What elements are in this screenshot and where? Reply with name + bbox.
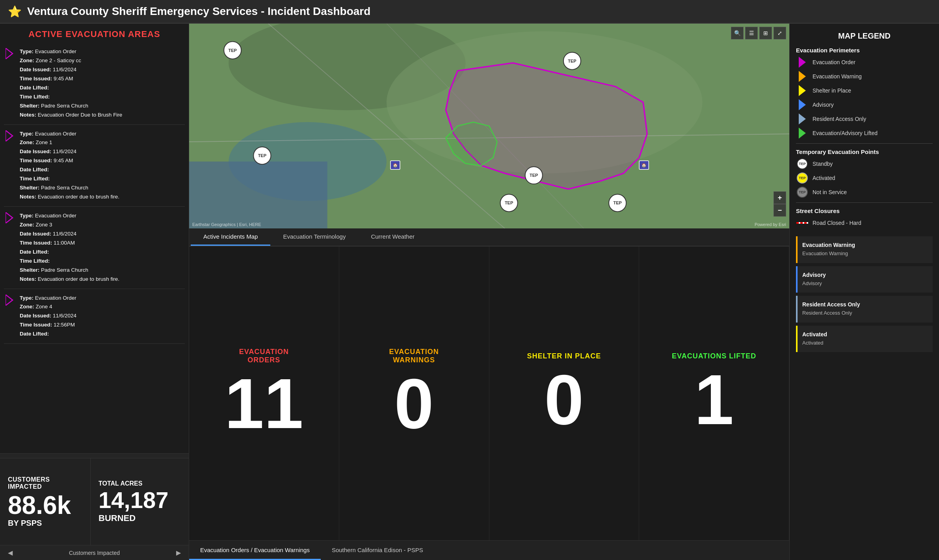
- legend-tep-title: Temporary Evacuation Points: [796, 148, 933, 155]
- legend-tep-not-service: TEP Not in Service: [796, 187, 933, 198]
- customers-next-button[interactable]: ▶: [173, 548, 184, 557]
- right-warning-detail: Evacuation Warning: [802, 250, 928, 258]
- zoom-in-button[interactable]: +: [774, 191, 786, 204]
- acres-sub: BURNED: [99, 513, 181, 523]
- legend-divider-1: [796, 143, 933, 144]
- road-closed-label: Road Closed - Hard: [813, 220, 861, 226]
- tep-not-service-icon: TEP: [796, 187, 809, 198]
- map-expand-button[interactable]: ⤢: [774, 27, 786, 39]
- legend-perimeters-title: Evacuation Perimeters: [796, 47, 933, 54]
- tab-active-incidents[interactable]: Active Incidents Map: [191, 228, 270, 246]
- evacuation-list[interactable]: Type: Evacuation Order Zone: Zone 2 - Sa…: [0, 43, 189, 453]
- legend-title: MAP LEGEND: [796, 32, 933, 41]
- header-star-icon: ⭐: [8, 5, 22, 18]
- bottom-tab-orders[interactable]: Evacuation Orders / Evacuation Warnings: [189, 541, 321, 560]
- bottom-tab-psps[interactable]: Southern California Edison - PSPS: [321, 541, 434, 560]
- svg-rect-8: [189, 161, 327, 228]
- evac-order-legend-icon: [796, 57, 809, 68]
- evac-order-icon-4: [6, 295, 15, 306]
- right-resident-detail: Resident Access Only: [802, 309, 928, 317]
- advisory-legend-icon: [796, 99, 809, 110]
- tabs-row: Active Incidents Map Evacuation Terminol…: [189, 228, 789, 247]
- main-layout: ACTIVE EVACUATION AREAS Type: Evacuation…: [0, 24, 939, 560]
- right-resident-type: Resident Access Only: [802, 301, 928, 308]
- legend-road-closed: Road Closed - Hard: [796, 217, 933, 228]
- customers-nav-label: Customers Impacted: [69, 550, 120, 556]
- resident-legend-icon: [796, 113, 809, 124]
- stat-orders-label: EVACUATIONORDERS: [239, 348, 289, 364]
- stat-shelter-number: 0: [544, 364, 584, 435]
- stat-lifted-number: 1: [694, 364, 734, 435]
- svg-marker-0: [6, 48, 13, 59]
- center-panel: TEP TEP TEP TEP TEP TEP: [189, 24, 789, 560]
- right-advisory-type: Advisory: [802, 272, 928, 278]
- stat-col-shelter: SHELTER IN PLACE 0: [489, 247, 640, 540]
- right-activated-type: Activated: [802, 331, 928, 337]
- header-title: Ventura County Sheriff Emergency Service…: [27, 5, 370, 18]
- tep-activated-icon: TEP: [796, 172, 809, 184]
- evac-item-4: Type: Evacuation Order Zone: Zone 4 Date…: [4, 289, 185, 344]
- lifted-legend-icon: [796, 128, 809, 139]
- right-activated-detail: Activated: [802, 339, 928, 347]
- svg-text:TEP: TEP: [530, 173, 538, 178]
- evac-order-legend-label: Evacuation Order: [813, 59, 855, 65]
- stat-col-warnings: EVACUATIONWARNINGS 0: [339, 247, 489, 540]
- svg-text:TEP: TEP: [505, 200, 513, 205]
- stat-col-orders: EVACUATIONORDERS 11: [189, 247, 339, 540]
- stat-warnings-number: 0: [394, 368, 434, 439]
- evacuation-nav: ◀ Evacuations ▶: [0, 453, 189, 458]
- evacuation-title: ACTIVE EVACUATION AREAS: [0, 24, 189, 43]
- map-zoom-controls: + −: [774, 191, 786, 217]
- legend-resident: Resident Access Only: [796, 113, 933, 124]
- svg-text:TEP: TEP: [613, 200, 621, 205]
- acres-number: 14,187: [99, 489, 181, 512]
- customers-number: 88.6k: [8, 493, 82, 518]
- customers-sub: BY PSPS: [8, 519, 82, 528]
- acres-label: TOTAL ACRES: [99, 480, 181, 487]
- map-grid-button[interactable]: ⊞: [759, 27, 772, 39]
- tep-standby-icon: TEP: [796, 158, 809, 169]
- svg-text:TEP: TEP: [228, 48, 236, 53]
- map-list-button[interactable]: ☰: [745, 27, 758, 39]
- tab-current-weather[interactable]: Current Weather: [358, 228, 427, 246]
- legend-tep-activated: TEP Activated: [796, 172, 933, 184]
- stat-orders-number: 11: [225, 368, 303, 439]
- evac-item-3: Type: Evacuation Order Zone: Zone 3 Date…: [4, 207, 185, 289]
- customers-panel: CUSTOMERS IMPACTED 88.6k BY PSPS: [0, 458, 91, 545]
- evac-item-2: Type: Evacuation Order Zone: Zone 1 Date…: [4, 125, 185, 207]
- header: ⭐ Ventura County Sheriff Emergency Servi…: [0, 0, 939, 24]
- map-attribution-right: Powered by Esri: [755, 222, 786, 227]
- svg-marker-2: [6, 212, 13, 223]
- resident-legend-label: Resident Access Only: [813, 116, 866, 122]
- stats-row: EVACUATIONORDERS 11 EVACUATIONWARNINGS 0…: [189, 247, 789, 540]
- road-closed-icon: [796, 217, 809, 228]
- tep-not-service-label: Not in Service: [813, 189, 847, 195]
- legend-shelter: Shelter in Place: [796, 85, 933, 96]
- right-evac-resident: Resident Access Only Resident Access Onl…: [796, 296, 933, 323]
- legend-advisory: Advisory: [796, 99, 933, 110]
- stat-lifted-label: EVACUATIONS LIFTED: [672, 352, 756, 360]
- legend-street-title: Street Closures: [796, 208, 933, 214]
- stat-warnings-label: EVACUATIONWARNINGS: [389, 348, 439, 364]
- legend-tep-standby: TEP Standby: [796, 158, 933, 169]
- acres-panel: TOTAL ACRES 14,187 BURNED: [91, 458, 189, 545]
- customers-nav: ◀ Customers Impacted ▶: [0, 545, 189, 560]
- stat-shelter-label: SHELTER IN PLACE: [527, 352, 601, 360]
- left-panel: ACTIVE EVACUATION AREAS Type: Evacuation…: [0, 24, 189, 560]
- svg-marker-3: [6, 295, 13, 306]
- bottom-tabs: Evacuation Orders / Evacuation Warnings …: [189, 540, 789, 560]
- map-search-button[interactable]: 🔍: [731, 27, 744, 39]
- svg-text:🏠: 🏠: [393, 163, 398, 168]
- map-container[interactable]: TEP TEP TEP TEP TEP TEP: [189, 24, 789, 228]
- zoom-out-button[interactable]: −: [774, 204, 786, 217]
- advisory-legend-label: Advisory: [813, 102, 834, 108]
- customers-label: CUSTOMERS IMPACTED: [8, 476, 82, 490]
- right-advisory-detail: Advisory: [802, 280, 928, 287]
- shelter-legend-label: Shelter in Place: [813, 87, 851, 94]
- right-evac-activated: Activated Activated: [796, 326, 933, 352]
- right-evac-section: Evacuation Warning Evacuation Warning Ad…: [796, 236, 933, 352]
- tab-evacuation-terminology[interactable]: Evacuation Terminology: [270, 228, 358, 246]
- customers-prev-button[interactable]: ◀: [5, 548, 16, 557]
- evacuation-panel: ACTIVE EVACUATION AREAS Type: Evacuation…: [0, 24, 189, 458]
- svg-text:🏠: 🏠: [641, 163, 647, 168]
